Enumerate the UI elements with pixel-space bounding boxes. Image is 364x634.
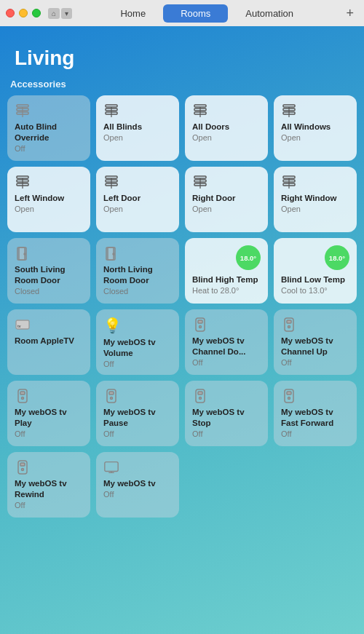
tile-blind-high-temp[interactable]: 18.0° Blind High Temp Heat to 28.0° [185, 238, 268, 304]
page-title: Living [15, 47, 349, 70]
tile-webos-rewind[interactable]: My webOS tv Rewind Off [7, 452, 90, 518]
tile-name: My webOS tv Pause [103, 407, 172, 429]
tile-status: Cool to 13.0° [281, 286, 328, 295]
svg-rect-28 [283, 176, 295, 178]
svg-point-54 [199, 397, 202, 400]
temp-badge: 18.0° [325, 245, 349, 270]
home-icon[interactable]: ⌂ [48, 8, 60, 19]
blind-icon [103, 103, 119, 119]
tile-status: Closed [103, 287, 128, 296]
svg-rect-59 [20, 463, 25, 466]
blind-icon [281, 174, 297, 190]
blind-icon [15, 174, 31, 190]
tile-left-door[interactable]: Left Door Open [96, 167, 179, 232]
svg-point-42 [199, 326, 202, 328]
tile-status: Open [281, 205, 301, 213]
tile-webos-ch-down[interactable]: My webOS tv Channel Do... Off [185, 309, 268, 375]
door-icon [103, 245, 119, 261]
tile-appletv[interactable]: tv Room AppleTV [7, 309, 90, 375]
tile-name: Room AppleTV [15, 336, 74, 346]
tile-all-blinds[interactable]: All Blinds Open [96, 95, 179, 161]
svg-point-60 [22, 469, 24, 471]
blind-icon [192, 174, 208, 190]
svg-rect-44 [287, 320, 291, 323]
tile-all-windows[interactable]: All Windows Open [274, 95, 357, 161]
tile-name: My webOS tv Play [15, 407, 83, 429]
chevron-down-icon[interactable]: ▾ [61, 8, 72, 19]
tile-blind-low-temp[interactable]: 18.0° Blind Low Temp Cool to 13.0° [274, 238, 357, 304]
tile-right-window[interactable]: Right Window Open [274, 167, 357, 232]
door-icon [15, 245, 31, 261]
tile-north-room-door[interactable]: North Living Room Door Closed [96, 238, 179, 304]
tile-auto-blind[interactable]: Auto Blind Override Off [7, 95, 90, 161]
tile-webos-stop[interactable]: My webOS tv Stop Off [185, 381, 268, 446]
accessories-grid: Auto Blind Override Off All Blinds Open … [0, 95, 364, 518]
add-tab-button[interactable]: + [341, 6, 358, 21]
tile-name: Left Window [15, 193, 64, 204]
tile-status: Off [281, 358, 291, 367]
svg-rect-20 [106, 176, 117, 178]
svg-rect-56 [287, 392, 291, 395]
tile-status: Off [15, 501, 25, 510]
tile-name: My webOS tv Fast Forward [281, 407, 349, 429]
section-label: Accessories [0, 79, 364, 95]
tile-right-door[interactable]: Right Door Open [185, 167, 268, 232]
traffic-lights [6, 9, 41, 17]
svg-rect-53 [198, 392, 202, 395]
tile-webos-ff[interactable]: My webOS tv Fast Forward Off [274, 381, 357, 446]
svg-rect-0 [17, 105, 28, 107]
tile-name: North Living Room Door [103, 264, 172, 286]
tile-name: My webOS tv Channel Do... [192, 336, 261, 357]
tile-name: My webOS tv Channel Up [281, 336, 349, 357]
blind-icon [192, 103, 208, 119]
tab-rooms[interactable]: Rooms [163, 4, 228, 23]
tab-home[interactable]: Home [103, 4, 163, 23]
svg-point-37 [113, 253, 114, 255]
remote-icon [103, 388, 119, 404]
tile-name: Left Door [103, 193, 141, 204]
tile-name: South Living Room Door [15, 264, 83, 286]
svg-rect-47 [20, 392, 25, 395]
tile-left-window[interactable]: Left Window Open [7, 167, 90, 232]
tile-name: All Doors [192, 122, 229, 132]
tile-webos-ch-up[interactable]: My webOS tv Channel Up Off [274, 309, 357, 375]
tile-webos-pause[interactable]: My webOS tv Pause Off [96, 381, 179, 446]
tile-webos-tv[interactable]: My webOS tv Off [96, 452, 179, 518]
fullscreen-button[interactable] [32, 9, 41, 17]
tile-all-doors[interactable]: All Doors Open [185, 95, 268, 161]
blind-icon [281, 103, 297, 119]
tile-status: Open [15, 205, 34, 213]
tile-webos-volume[interactable]: 💡 My webOS tv Volume Off [96, 309, 179, 375]
blind-icon [15, 103, 31, 119]
remote-icon [15, 459, 31, 475]
tile-status: Off [103, 429, 114, 438]
tile-status: Off [192, 358, 202, 367]
temp-badge: 18.0° [236, 245, 261, 270]
remote-icon [281, 317, 297, 333]
tile-webos-play[interactable]: My webOS tv Play Off [7, 381, 90, 446]
tile-name: Auto Blind Override [15, 122, 83, 143]
tile-status: Off [192, 429, 202, 438]
tile-south-room-door[interactable]: South Living Room Door Closed [7, 238, 90, 304]
svg-rect-8 [194, 105, 206, 107]
svg-rect-24 [194, 176, 206, 178]
tile-status: Closed [15, 287, 39, 296]
page-header: Living [0, 26, 364, 79]
svg-rect-4 [106, 105, 117, 107]
close-button[interactable] [6, 9, 15, 17]
tile-status: Open [281, 133, 301, 142]
tile-status: Open [103, 133, 123, 142]
minimize-button[interactable] [19, 9, 28, 17]
tile-name: Right Door [192, 193, 235, 204]
svg-text:tv: tv [17, 324, 21, 328]
remote-icon [15, 388, 31, 404]
appletv-icon: tv [15, 317, 31, 333]
tab-automation[interactable]: Automation [228, 4, 311, 23]
svg-point-34 [24, 253, 25, 255]
svg-point-57 [288, 397, 290, 400]
nav-tabs: Home Rooms Automation [76, 4, 337, 23]
tile-status: Off [281, 429, 291, 438]
window-nav: ⌂ ▾ [48, 8, 72, 19]
tile-name: My webOS tv [103, 478, 156, 489]
svg-point-51 [111, 397, 113, 400]
